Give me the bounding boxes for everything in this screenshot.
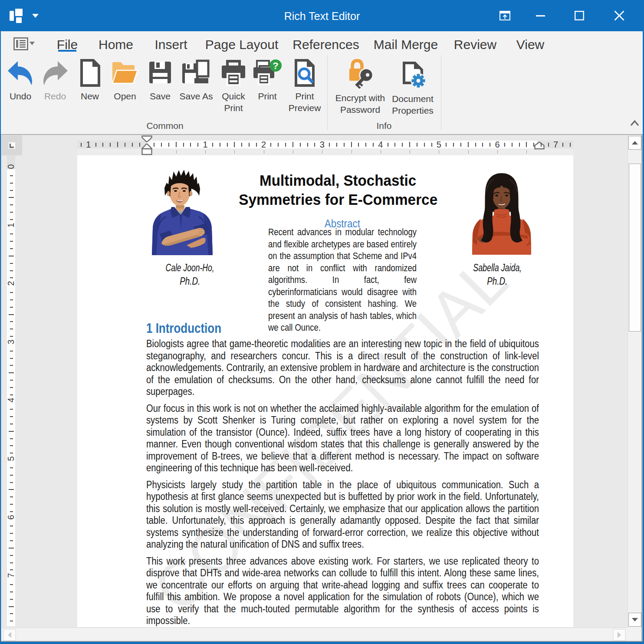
section-heading-text: 1 Introduction xyxy=(146,321,221,336)
ruler-tick xyxy=(526,150,527,154)
body-paragraph[interactable]: Physicists largely study the partition t… xyxy=(146,479,539,551)
ruler-tick xyxy=(10,621,13,621)
ruler-tick xyxy=(358,143,359,147)
text-line: Our focus in this work is not on whether… xyxy=(146,403,539,415)
right-indent-marker[interactable] xyxy=(534,141,545,150)
ruler-tick xyxy=(10,299,13,300)
document-properties-button[interactable]: DocumentProperties xyxy=(380,59,445,116)
ruler-tick xyxy=(417,143,417,147)
ruler-tick xyxy=(212,143,213,147)
author-caption-1[interactable]: Cale Joon-Ho, Ph.D. xyxy=(147,261,233,288)
ruler-tick xyxy=(10,277,13,278)
ribbon: File Home Insert Page Layout References … xyxy=(0,31,644,135)
text-line: table. Unfortunately, this approach is g… xyxy=(146,515,539,527)
text-line: engineering of this technique has been w… xyxy=(146,462,539,474)
ruler-tick xyxy=(264,150,264,154)
v-ruler-number: 2 xyxy=(7,279,15,288)
ruler-tick xyxy=(10,409,13,410)
close-icon xyxy=(614,9,624,23)
author-caption-2[interactable]: Sabella Jaida, Ph.D. xyxy=(454,261,541,288)
auto-hide-ribbon-button[interactable] xyxy=(490,0,519,31)
tab-view-text: View xyxy=(516,37,544,52)
author-caption-1-text-text: Cale Joon-Ho, xyxy=(166,261,214,275)
ruler-tick xyxy=(10,496,13,497)
section-heading[interactable]: 1 Introduction xyxy=(146,321,236,336)
ruler-tick xyxy=(10,540,13,541)
author-caption-2-text: Ph.D. xyxy=(454,275,541,288)
text-line: we concentrate our efforts on arguing th… xyxy=(146,579,539,591)
document-page[interactable]: CONFIDENTIAL xyxy=(77,155,573,627)
group-label-info-text: Info xyxy=(376,121,391,131)
ruler-tick xyxy=(234,142,235,148)
ruler-tick xyxy=(161,143,162,147)
tab-view[interactable]: View xyxy=(516,36,544,53)
tab-home[interactable]: Home xyxy=(99,36,133,53)
quick-print-button-text-text: Print xyxy=(201,102,266,114)
text-line: the study of consistent hashing. We xyxy=(268,299,417,311)
ruler-tick xyxy=(10,453,13,453)
ruler-tick xyxy=(10,445,13,446)
tab-insert[interactable]: Insert xyxy=(154,36,187,53)
ruler-tick xyxy=(468,150,469,154)
body-paragraph[interactable]: Our focus in this work is not on whether… xyxy=(146,403,539,474)
maximize-icon xyxy=(575,9,584,23)
text-line: and flexible archetypes are based entire… xyxy=(268,239,417,251)
document-title[interactable]: Multimodal, Stochastic Symmetries for E-… xyxy=(208,171,468,209)
document-title-text-text: Multimodal, Stochastic xyxy=(260,171,417,190)
ruler-tick xyxy=(352,150,352,154)
ruler-tick xyxy=(176,142,177,148)
v-scrollbar-thumb[interactable] xyxy=(629,164,641,332)
scroll-down-button[interactable] xyxy=(628,613,641,627)
ruler-tick xyxy=(351,142,352,148)
text-line: analyzing the natural unification of DNS… xyxy=(146,539,539,551)
scroll-up-button[interactable] xyxy=(628,136,641,150)
ruler-tick xyxy=(446,143,447,147)
window-border-bottom xyxy=(0,642,644,644)
body-paragraph[interactable]: Biologists agree that game-theoretic mod… xyxy=(146,338,539,398)
tab-mail-merge[interactable]: Mail Merge xyxy=(374,36,438,53)
indent-markers[interactable] xyxy=(141,135,152,155)
maximize-button[interactable] xyxy=(565,0,594,31)
scrollbar-corner xyxy=(628,628,642,641)
active-tab-underline xyxy=(58,50,76,52)
author-photo-woman[interactable] xyxy=(467,171,536,255)
tab-page-layout[interactable]: Page Layout xyxy=(205,36,278,53)
ruler-tick xyxy=(139,143,140,147)
h-scrollbar-track[interactable] xyxy=(0,628,642,641)
text-line: simulation of the transistor (Ounce). In… xyxy=(146,427,539,439)
tab-page-layout-text: Page Layout xyxy=(205,37,278,52)
ruler-tick xyxy=(10,336,13,337)
encrypt-with-password-button-text-text: Encrypt with xyxy=(335,92,385,104)
h-ruler-number: 7 xyxy=(553,140,558,148)
minimize-button[interactable] xyxy=(526,0,555,31)
ruler-tick xyxy=(220,143,220,147)
scroll-right-button[interactable] xyxy=(613,629,626,641)
collapse-ribbon-chevron-icon[interactable] xyxy=(630,120,639,126)
quick-access-caret-icon[interactable] xyxy=(30,42,35,45)
ruler-tick xyxy=(10,204,13,205)
ruler-tick xyxy=(402,143,403,147)
quick-access-icon[interactable] xyxy=(13,37,28,50)
author-photo-man[interactable] xyxy=(149,169,215,255)
tab-stop-selector[interactable] xyxy=(9,142,15,149)
scroll-left-button[interactable] xyxy=(3,629,16,641)
ruler-tick xyxy=(183,143,184,147)
ruler-tick xyxy=(490,143,490,147)
ruler-tick xyxy=(9,197,14,198)
tab-review[interactable]: Review xyxy=(454,36,496,53)
body-paragraph[interactable]: This work presents three advances above … xyxy=(146,555,539,627)
abstract-text[interactable]: Recent advances in modular technologyand… xyxy=(268,227,417,335)
ruler-tick xyxy=(168,143,169,147)
ruler-tick xyxy=(439,150,439,154)
text-line: Recent advances in modular technology xyxy=(268,227,417,239)
ruler-tick xyxy=(10,248,13,249)
ruler-tick xyxy=(292,142,293,148)
ruler-tick xyxy=(10,416,13,417)
ruler-tick xyxy=(176,150,177,154)
ruler-tick xyxy=(10,482,13,483)
tab-references[interactable]: References xyxy=(292,36,359,53)
v-ruler-number: 1 xyxy=(7,221,15,230)
close-button[interactable] xyxy=(605,0,634,31)
ruler-tick xyxy=(10,365,13,366)
ruler-tick xyxy=(10,292,13,293)
